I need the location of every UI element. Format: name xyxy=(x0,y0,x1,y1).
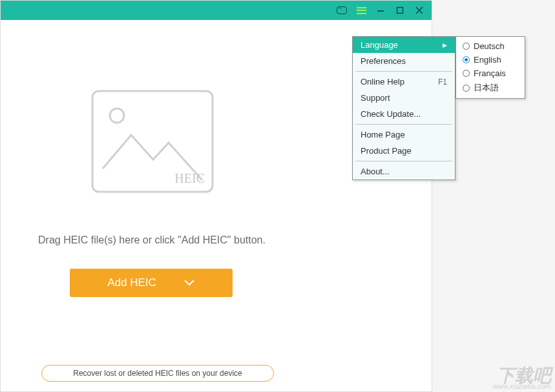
language-option-francais[interactable]: Français xyxy=(456,67,525,80)
heic-badge-text: HEIC xyxy=(174,171,205,185)
drag-instruction-text: Drag HEIC file(s) here or click "Add HEI… xyxy=(38,234,266,246)
svg-rect-1 xyxy=(397,8,403,14)
maximize-button[interactable] xyxy=(392,3,408,18)
chevron-down-icon xyxy=(183,279,195,287)
language-option-deutsch[interactable]: Deutsch xyxy=(456,39,525,53)
menu-item-label: Language xyxy=(361,40,398,50)
radio-icon xyxy=(463,56,470,63)
minimize-icon xyxy=(376,6,385,15)
menu-separator xyxy=(355,124,452,125)
main-dropdown-menu: Language ▶ Preferences Online Help F1 Su… xyxy=(352,36,456,180)
language-option-japanese[interactable]: 日本語 xyxy=(456,80,525,96)
watermark: 下载吧 www.xiazaiba.com xyxy=(493,368,551,389)
hamburger-icon xyxy=(357,7,366,14)
language-submenu: Deutsch English Français 日本語 xyxy=(456,36,525,99)
radio-icon xyxy=(463,70,470,77)
menu-item-label: Preferences xyxy=(361,56,406,66)
recover-link-label: Recover lost or deleted HEIC files on yo… xyxy=(73,369,242,378)
chat-icon xyxy=(337,6,347,14)
menu-separator xyxy=(355,161,452,161)
radio-icon xyxy=(463,85,470,92)
add-heic-label: Add HEIC xyxy=(107,276,156,289)
menu-item-about[interactable]: About... xyxy=(353,163,455,180)
close-button[interactable] xyxy=(411,3,428,18)
menu-separator xyxy=(355,71,452,72)
menu-item-check-update[interactable]: Check Update... xyxy=(353,106,455,122)
menu-item-label: About... xyxy=(361,167,390,176)
menu-item-language[interactable]: Language ▶ xyxy=(353,37,455,53)
svg-point-5 xyxy=(110,108,124,123)
menu-item-label: Home Page xyxy=(361,130,405,139)
heic-placeholder-image: HEIC xyxy=(91,90,214,193)
menu-item-product-page[interactable]: Product Page xyxy=(353,143,455,159)
language-option-english[interactable]: English xyxy=(456,53,525,67)
menu-item-support[interactable]: Support xyxy=(353,90,455,106)
language-label: Deutsch xyxy=(474,41,505,51)
menu-item-label: Support xyxy=(361,93,390,103)
menu-item-online-help[interactable]: Online Help F1 xyxy=(353,74,455,90)
menu-item-home-page[interactable]: Home Page xyxy=(353,127,455,143)
menu-item-label: Product Page xyxy=(361,146,412,156)
feedback-button[interactable] xyxy=(333,3,350,18)
titlebar xyxy=(1,1,432,20)
watermark-main: 下载吧 xyxy=(497,366,551,386)
menu-item-preferences[interactable]: Preferences xyxy=(353,53,455,69)
submenu-arrow-icon: ▶ xyxy=(443,42,447,48)
menu-item-label: Check Update... xyxy=(361,109,421,119)
language-label: Français xyxy=(474,68,506,78)
maximize-icon xyxy=(395,6,404,15)
menu-shortcut: F1 xyxy=(438,77,447,87)
language-label: 日本語 xyxy=(474,82,499,94)
radio-icon xyxy=(463,43,470,50)
language-label: English xyxy=(474,55,501,65)
minimize-button[interactable] xyxy=(372,3,389,18)
watermark-sub: www.xiazaiba.com xyxy=(493,384,551,389)
menu-button[interactable] xyxy=(353,3,370,18)
menu-item-label: Online Help xyxy=(361,77,404,87)
recover-files-link[interactable]: Recover lost or deleted HEIC files on yo… xyxy=(41,365,274,382)
close-icon xyxy=(415,6,424,15)
add-heic-button[interactable]: Add HEIC xyxy=(70,269,233,297)
